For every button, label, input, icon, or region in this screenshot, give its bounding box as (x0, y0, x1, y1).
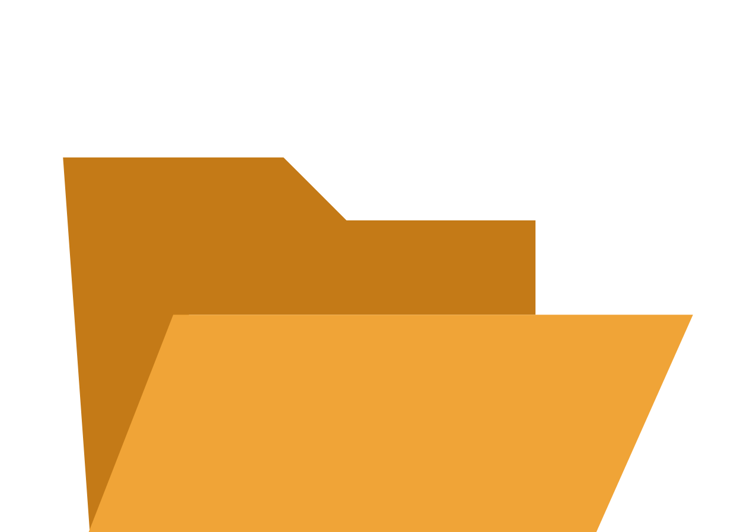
app-window: Control Panel × NetworkStyleSelectMCDS O… (0, 0, 756, 532)
toolbar-group (0, 0, 756, 532)
desktop-background: Control Panel × NetworkStyleSelectMCDS O… (0, 0, 756, 532)
main-toolbar (0, 0, 756, 532)
